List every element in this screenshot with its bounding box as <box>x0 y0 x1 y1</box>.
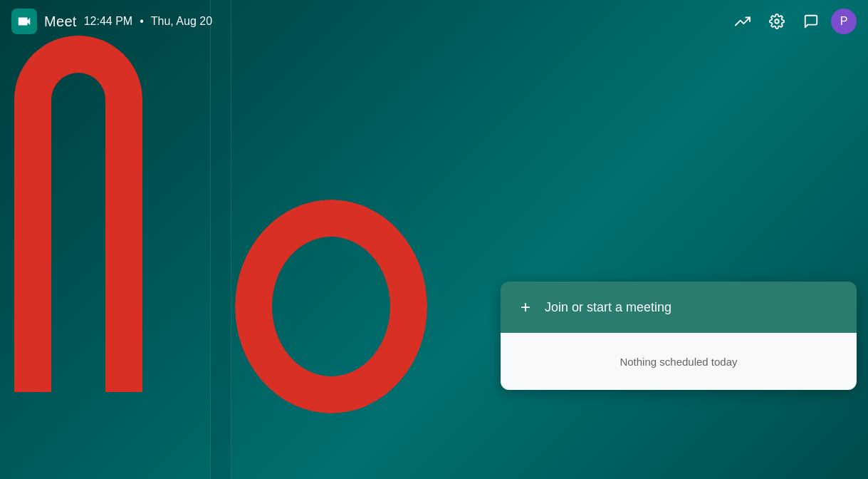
join-meeting-label: Join or start a meeting <box>545 300 671 315</box>
gear-icon <box>769 14 785 29</box>
avatar-letter: P <box>840 15 848 28</box>
background <box>0 0 868 479</box>
feedback-icon <box>803 14 819 29</box>
plus-icon: + <box>521 297 530 317</box>
current-time: 12:44 PM <box>84 15 132 28</box>
nothing-scheduled-panel: Nothing scheduled today <box>501 333 857 390</box>
user-avatar-button[interactable]: P <box>831 9 857 34</box>
app-title: Meet <box>44 14 77 30</box>
feedback-button[interactable] <box>797 7 825 36</box>
nothing-scheduled-text: Nothing scheduled today <box>619 356 737 368</box>
trending-up-icon <box>735 14 751 29</box>
header-left: Meet 12:44 PM • Thu, Aug 20 <box>11 9 728 34</box>
svg-point-0 <box>775 19 779 24</box>
activity-button[interactable] <box>728 7 757 36</box>
header: Meet 12:44 PM • Thu, Aug 20 P <box>0 0 868 43</box>
join-meeting-button[interactable]: + Join or start a meeting <box>501 282 857 333</box>
settings-button[interactable] <box>763 7 791 36</box>
header-right: P <box>728 7 857 36</box>
current-date: Thu, Aug 20 <box>151 15 212 28</box>
meet-logo <box>11 9 37 34</box>
meeting-panel: + Join or start a meeting Nothing schedu… <box>501 282 857 390</box>
separator: • <box>140 15 144 28</box>
